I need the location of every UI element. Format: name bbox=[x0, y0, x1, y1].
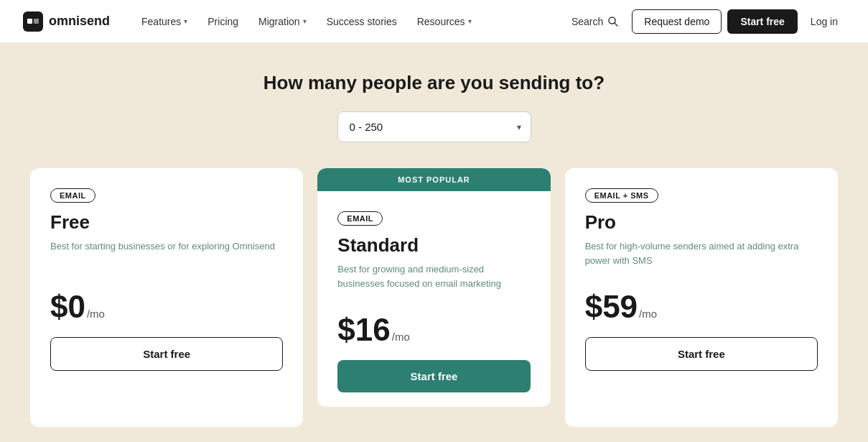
nav-features-label: Features bbox=[141, 16, 181, 27]
logo-text: omnisend bbox=[49, 14, 110, 29]
search-button[interactable]: Search bbox=[564, 10, 626, 33]
free-plan-desc: Best for starting businesses or for expl… bbox=[50, 239, 283, 274]
chevron-down-icon: ▾ bbox=[303, 17, 307, 25]
free-plan-badge: EMAIL bbox=[50, 188, 95, 203]
standard-plan-badge: EMAIL bbox=[337, 211, 383, 226]
standard-plan-name: Standard bbox=[337, 234, 530, 257]
standard-plan-price: $16 /mo bbox=[337, 314, 530, 346]
most-popular-badge: MOST POPULAR bbox=[317, 168, 550, 191]
pro-plan-desc: Best for high-volume senders aimed at ad… bbox=[585, 239, 818, 274]
chevron-down-icon: ▾ bbox=[468, 17, 472, 25]
free-plan-cta-button[interactable]: Start free bbox=[50, 337, 283, 371]
pro-plan-price: $59 /mo bbox=[585, 291, 818, 323]
pro-plan-cta-button[interactable]: Start free bbox=[585, 337, 818, 371]
svg-rect-2 bbox=[34, 19, 39, 24]
start-free-nav-button[interactable]: Start free bbox=[727, 9, 797, 34]
free-plan-name: Free bbox=[50, 211, 283, 234]
search-icon bbox=[607, 16, 619, 27]
main-content: How many people are you sending to? 0 - … bbox=[0, 43, 868, 427]
pro-price-suffix: /mo bbox=[639, 308, 657, 320]
request-demo-button[interactable]: Request demo bbox=[632, 9, 722, 34]
pro-price-amount: $59 bbox=[585, 291, 638, 323]
standard-price-amount: $16 bbox=[337, 314, 390, 346]
nav-pricing-label: Pricing bbox=[207, 16, 238, 27]
nav-item-pricing[interactable]: Pricing bbox=[199, 10, 247, 33]
svg-rect-1 bbox=[27, 19, 32, 24]
nav-migration-label: Migration bbox=[258, 16, 300, 27]
nav-right: Search Request demo Start free Log in bbox=[564, 9, 845, 34]
subscriber-select[interactable]: 0 - 250 251 - 500 501 - 1000 1001 - 2500… bbox=[337, 111, 531, 142]
standard-price-suffix: /mo bbox=[392, 331, 410, 343]
standard-plan-body: EMAIL Standard Best for growing and medi… bbox=[317, 191, 550, 407]
navigation: omnisend Features ▾ Pricing Migration ▾ … bbox=[0, 0, 868, 43]
free-price-amount: $0 bbox=[50, 291, 85, 323]
free-price-suffix: /mo bbox=[87, 308, 105, 320]
subscriber-dropdown-wrapper: 0 - 250 251 - 500 501 - 1000 1001 - 2500… bbox=[337, 111, 531, 142]
nav-item-success-stories[interactable]: Success stories bbox=[318, 10, 406, 33]
nav-resources-label: Resources bbox=[417, 16, 465, 27]
pricing-grid: EMAIL Free Best for starting businesses … bbox=[23, 168, 845, 427]
svg-rect-0 bbox=[23, 11, 43, 32]
chevron-down-icon: ▾ bbox=[184, 17, 187, 25]
search-label: Search bbox=[571, 16, 603, 27]
login-link[interactable]: Log in bbox=[803, 10, 845, 33]
nav-success-label: Success stories bbox=[327, 16, 397, 27]
standard-plan-desc: Best for growing and medium-sized busine… bbox=[337, 262, 530, 297]
standard-plan-card: MOST POPULAR EMAIL Standard Best for gro… bbox=[317, 168, 550, 407]
svg-line-4 bbox=[615, 23, 617, 26]
standard-plan-cta-button[interactable]: Start free bbox=[337, 360, 530, 392]
free-plan-card: EMAIL Free Best for starting businesses … bbox=[30, 168, 303, 427]
nav-items: Features ▾ Pricing Migration ▾ Success s… bbox=[133, 10, 559, 33]
pro-plan-badge: EMAIL + SMS bbox=[585, 188, 658, 203]
logo-icon bbox=[23, 11, 43, 32]
nav-item-features[interactable]: Features ▾ bbox=[133, 10, 196, 33]
logo[interactable]: omnisend bbox=[23, 11, 110, 32]
nav-item-migration[interactable]: Migration ▾ bbox=[250, 10, 315, 33]
free-plan-price: $0 /mo bbox=[50, 291, 283, 323]
pro-plan-name: Pro bbox=[585, 211, 818, 234]
pro-plan-card: EMAIL + SMS Pro Best for high-volume sen… bbox=[565, 168, 838, 427]
nav-item-resources[interactable]: Resources ▾ bbox=[409, 10, 480, 33]
page-title: How many people are you sending to? bbox=[263, 72, 605, 94]
